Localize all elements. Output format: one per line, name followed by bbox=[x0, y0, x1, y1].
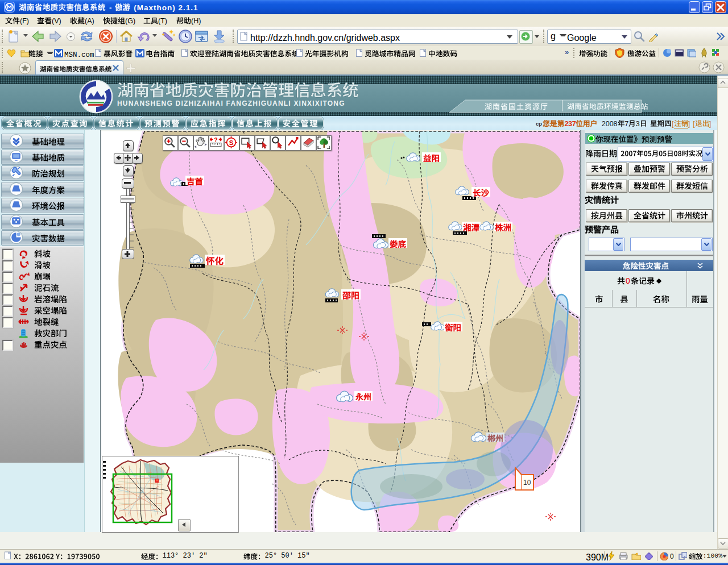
svg-text:S: S bbox=[229, 139, 234, 146]
svg-text:10: 10 bbox=[523, 479, 531, 487]
svg-text:?: ? bbox=[214, 137, 217, 143]
